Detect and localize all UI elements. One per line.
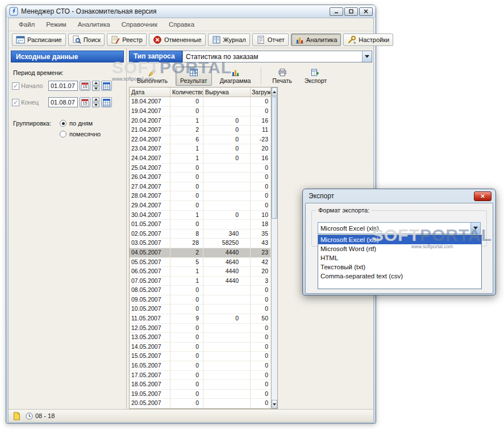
cell-load: 0	[251, 333, 271, 343]
table-row[interactable]: 20.05.2007 0 0	[130, 399, 271, 408]
cancelled-button[interactable]: Отмененные	[149, 34, 206, 46]
journal-button[interactable]: Журнал	[208, 34, 250, 46]
print-button[interactable]: Печать	[268, 66, 296, 86]
combo-arrow-button[interactable]	[362, 51, 372, 62]
search-button[interactable]: Поиск	[68, 34, 105, 46]
table-row[interactable]: 09.05.2007 0 0	[130, 295, 271, 305]
table-row[interactable]: 14.05.2007 0 0	[130, 343, 271, 352]
menu-item[interactable]: Режим	[40, 19, 72, 30]
scroll-down-button[interactable]	[272, 400, 277, 408]
analytics-button[interactable]: Аналитика	[291, 34, 341, 46]
table-row[interactable]: 04.05.2007 2 4440 23	[130, 248, 271, 258]
menu-item[interactable]: Аналитика	[72, 19, 116, 30]
scrollbar-track[interactable]	[272, 96, 277, 400]
start-calendar-grid-button[interactable]	[101, 81, 112, 91]
end-date-field[interactable]: 01.08.07	[48, 97, 78, 107]
titlebar[interactable]: Менеджер СТО - Ознакомительная версия	[6, 5, 376, 18]
execute-button[interactable]: Выполнить	[132, 66, 172, 86]
table-row[interactable]: 16.05.2007 0 0	[130, 361, 271, 371]
column-header-qty[interactable]: Количество	[170, 87, 203, 97]
schedule-button[interactable]: Расписание	[12, 34, 66, 46]
table-row[interactable]: 24.04.2007 1 0 16	[130, 154, 271, 164]
table-row[interactable]: 18.05.2007 0 0	[130, 380, 271, 390]
start-calendar-picker-button[interactable]: 15	[80, 81, 90, 91]
settings-button[interactable]: Настройки	[343, 34, 393, 46]
table-row[interactable]: 28.04.2007 0 0	[130, 191, 271, 201]
column-header-date[interactable]: Дата	[130, 87, 170, 97]
table-row[interactable]: 29.04.2007 0 0	[130, 201, 271, 211]
table-row[interactable]: 26.04.2007 0 0	[130, 173, 271, 182]
table-row[interactable]: 01.05.2007 0 18	[130, 220, 271, 229]
start-spinner-down[interactable]	[92, 86, 99, 91]
table-row[interactable]: 19.05.2007 0 0	[130, 390, 271, 399]
cell-date: 04.05.2007	[130, 248, 170, 258]
menu-item[interactable]: Справка	[163, 19, 200, 30]
menu-item[interactable]: Справочник	[116, 19, 163, 30]
minimize-button[interactable]	[330, 7, 343, 16]
end-spinner-down[interactable]	[92, 103, 99, 108]
table-row[interactable]: 12.05.2007 0 0	[130, 324, 271, 333]
export-format-combobox[interactable]: Microsoft Excel (xls)	[318, 222, 481, 234]
start-date-field[interactable]: 01.01.07	[48, 81, 78, 91]
export-format-option[interactable]: Microsoft Excel (xls)	[318, 235, 481, 244]
export-format-option[interactable]: Comma-separated text (csv)	[318, 272, 481, 281]
table-row[interactable]: 30.04.2007 1 0 10	[130, 211, 271, 220]
start-spinner-up[interactable]	[92, 81, 99, 86]
combo-arrow-button[interactable]	[470, 223, 480, 233]
table-row[interactable]: 02.05.2007 8 340 35	[130, 229, 271, 239]
app-icon	[9, 7, 18, 16]
maximize-button[interactable]	[344, 7, 358, 16]
end-checkbox[interactable]: ✓	[12, 99, 19, 106]
column-header-revenue[interactable]: Выручка	[203, 87, 251, 97]
table-row[interactable]: 10.05.2007 0 0	[130, 304, 271, 314]
end-calendar-grid-button[interactable]	[101, 97, 112, 107]
close-button[interactable]	[359, 7, 373, 16]
table-row[interactable]: 23.04.2007 1 0 20	[130, 144, 271, 154]
vertical-scrollbar[interactable]	[271, 87, 277, 408]
table-row[interactable]: 05.05.2007 5 4640 42	[130, 258, 271, 268]
query-type-combobox[interactable]: Статистика по заказам	[182, 51, 372, 62]
table-row[interactable]: 19.04.2007 0 0	[130, 107, 271, 116]
diagram-button[interactable]: Диаграмма	[215, 66, 256, 86]
register-button[interactable]: Реестр	[107, 34, 147, 46]
register-label: Реестр	[122, 36, 143, 43]
cell-date: 27.04.2007	[130, 182, 170, 192]
table-row[interactable]: 21.04.2007 2 0 11	[130, 126, 271, 135]
table-row[interactable]: 18.04.2007 0 0	[130, 97, 271, 107]
cell-qty: 1	[170, 116, 203, 126]
end-spinner-up[interactable]	[92, 97, 99, 102]
cell-date: 29.04.2007	[130, 201, 170, 211]
export-dialog-close-button[interactable]: ✕	[474, 191, 491, 201]
menu-item[interactable]: Файл	[13, 19, 40, 30]
table-row[interactable]: 15.05.2007 0 0	[130, 352, 271, 361]
table-row[interactable]: 08.05.2007 0 0	[130, 286, 271, 295]
table-row[interactable]: 25.04.2007 0 0	[130, 164, 271, 173]
result-button[interactable]: Результат	[176, 66, 212, 86]
export-button[interactable]: Экспорт	[300, 66, 331, 86]
table-row[interactable]: 22.04.2007 6 0 -23	[130, 135, 271, 145]
grouping-monthly-option[interactable]: помесячно	[60, 131, 101, 137]
scrollbar-thumb[interactable]	[272, 97, 277, 219]
report-button[interactable]: Отчет	[252, 34, 289, 46]
report-icon	[256, 35, 265, 44]
table-row[interactable]: 27.04.2007 0 0	[130, 182, 271, 192]
table-row[interactable]: 06.05.2007 1 4440 20	[130, 267, 271, 277]
table-row[interactable]: 17.05.2007 0 0	[130, 371, 271, 381]
grouping-by-day-option[interactable]: по дням	[60, 120, 101, 127]
table-row[interactable]: 13.05.2007 0 0	[130, 333, 271, 343]
start-checkbox[interactable]: ✓	[12, 82, 19, 90]
cell-date: 19.05.2007	[130, 390, 170, 399]
export-format-option[interactable]: HTML	[318, 253, 481, 262]
table-row[interactable]: 03.05.2007 28 58250 43	[130, 239, 271, 248]
export-dialog-titlebar[interactable]: Экспорт	[305, 189, 493, 203]
table-row[interactable]: 07.05.2007 1 4440 3	[130, 277, 271, 286]
table-row[interactable]: 20.04.2007 1 0 16	[130, 116, 271, 126]
table-row[interactable]: 11.05.2007 9 0 50	[130, 314, 271, 324]
column-header-load[interactable]: Загружен...	[251, 87, 271, 97]
print-label: Печать	[272, 77, 291, 84]
export-format-option[interactable]: Текстовый (txt)	[318, 262, 481, 272]
scroll-up-button[interactable]	[272, 87, 277, 96]
export-format-option[interactable]: Microsoft Word (rtf)	[318, 244, 481, 253]
cell-revenue: 340	[203, 229, 251, 239]
end-calendar-picker-button[interactable]: 15	[80, 97, 90, 107]
